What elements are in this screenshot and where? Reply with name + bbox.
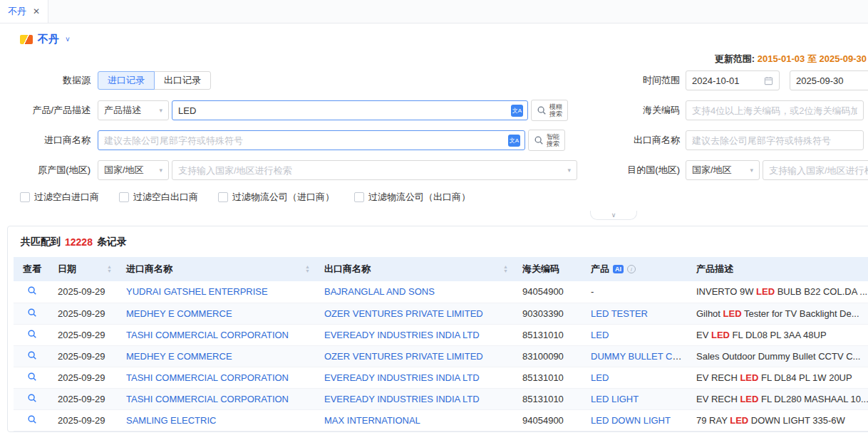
cell-date: 2025-09-29 — [51, 388, 119, 409]
importer-link[interactable]: YUDRAI GATSHEL ENTERPRISE — [126, 286, 268, 297]
importer-link[interactable]: SAMLING ELECTRIC — [126, 415, 216, 426]
checkbox-icon[interactable] — [119, 192, 129, 202]
view-icon[interactable] — [27, 286, 37, 295]
exporter-link[interactable]: OZER VENTURES PRIVATE LIMITED — [324, 308, 483, 319]
filter-row-datasource: 数据源 进口记录 出口记录 时间范围 2024-10-01 2025-09-30 — [0, 70, 868, 91]
time-range-group: 时间范围 2024-10-01 2025-09-30 — [621, 70, 868, 91]
date-end-input[interactable]: 2025-09-30 — [790, 70, 868, 90]
tab-export-records[interactable]: 出口记录 — [154, 71, 211, 90]
checkbox-filter-logistics-exporter[interactable]: 过滤物流公司（出口商） — [354, 191, 470, 204]
view-icon[interactable] — [27, 329, 37, 339]
product-link[interactable]: LED — [591, 372, 609, 383]
view-icon[interactable] — [27, 350, 37, 360]
importer-name-input[interactable] — [98, 135, 508, 146]
product-link[interactable]: LED — [591, 330, 609, 340]
importer-link[interactable]: TASHI COMMERCIAL CORPORATION — [126, 394, 289, 404]
product-link[interactable]: LED DOWN LIGHT — [591, 415, 671, 426]
results-table: 查看 日期 ▲▼ 进口商名称 ▲▼ — [14, 257, 868, 431]
close-icon[interactable]: ✕ — [33, 6, 40, 16]
cell-date: 2025-09-29 — [51, 367, 119, 388]
origin-type-value: 国家/地区 — [104, 164, 144, 177]
origin-country-input[interactable] — [172, 165, 567, 176]
cell-description: INVERTO 9W LED BULB B22 COL.DA ... — [689, 281, 868, 303]
translate-icon[interactable]: 文A — [511, 105, 523, 117]
info-icon[interactable]: i — [627, 265, 636, 273]
chevron-down-icon[interactable]: ▾ — [567, 167, 571, 174]
customs-code-input[interactable] — [686, 105, 863, 116]
importer-link[interactable]: TASHI COMMERCIAL CORPORATION — [126, 330, 289, 340]
filter-panel: 更新范围: 2015-01-03 至 2025-09-30 数据源 进口记录 出… — [0, 53, 868, 220]
origin-type-select[interactable]: 国家/地区 ▾ — [98, 160, 169, 180]
sort-icon[interactable]: ▲▼ — [107, 265, 112, 273]
tab-bhutan[interactable]: 不丹 ✕ — [0, 0, 48, 23]
exporter-link[interactable]: EVEREADY INDUSTRIES INDIA LTD — [324, 372, 480, 383]
column-hs-code: 海关编码 — [515, 257, 584, 281]
search-icon — [534, 135, 544, 145]
table-row: 2025-09-29 TASHI COMMERCIAL CORPORATION … — [14, 324, 868, 345]
match-suffix: 条记录 — [97, 236, 127, 248]
view-icon[interactable] — [27, 393, 37, 403]
cell-hs-code: 85131010 — [515, 324, 584, 345]
checkbox-icon[interactable] — [20, 192, 30, 202]
column-product: 产品 AI i — [584, 257, 689, 281]
origin-label: 原产国(地区) — [0, 164, 98, 177]
update-range-to: 至 — [807, 53, 817, 64]
importer-link[interactable]: MEDHEY E COMMERCE — [126, 308, 232, 319]
date-start-input[interactable]: 2024-10-01 — [686, 70, 780, 90]
destination-type-select[interactable]: 国家/地区 ▾ — [686, 160, 760, 180]
search-icon — [537, 105, 547, 115]
product-link[interactable]: DUMMY BULLET CCTV... — [591, 351, 689, 362]
exporter-name-input[interactable] — [686, 135, 863, 146]
update-range-end: 2025-09-30 — [820, 53, 867, 64]
cell-date: 2025-09-29 — [51, 409, 119, 431]
date-end-value: 2025-09-30 — [796, 75, 844, 86]
country-name[interactable]: 不丹 — [38, 33, 59, 46]
view-icon[interactable] — [27, 372, 37, 382]
checkbox-filter-blank-importer[interactable]: 过滤空白进口商 — [20, 191, 99, 204]
filter-row-product: 产品/产品描述 产品描述 ▾ 文A 模糊 搜索 海关编码 — [0, 100, 868, 121]
product-type-value: 产品描述 — [104, 104, 141, 117]
chevron-down-icon[interactable]: ˅ — [66, 36, 70, 43]
cell-description: 79 RAY LED DOWN LIGHT 335-6W — [689, 409, 868, 431]
product-link[interactable]: LED TESTER — [591, 308, 648, 319]
table-row: 2025-09-29 SAMLING ELECTRIC MAX INTERNAT… — [14, 409, 868, 431]
checkbox-filter-logistics-importer[interactable]: 过滤物流公司（进口商） — [218, 191, 334, 204]
translate-icon[interactable]: 文A — [508, 135, 520, 147]
column-view: 查看 — [14, 257, 51, 281]
product-type-select[interactable]: 产品描述 ▾ — [98, 100, 169, 120]
destination-country-input[interactable] — [763, 165, 868, 176]
product-link[interactable]: LED LIGHT — [591, 394, 639, 404]
exporter-label: 出口商名称 — [621, 134, 686, 147]
cell-date: 2025-09-29 — [51, 281, 119, 303]
exporter-link[interactable]: EVEREADY INDUSTRIES INDIA LTD — [324, 394, 480, 404]
exporter-link[interactable]: MAX INTERNATIONAL — [324, 415, 420, 426]
filter-row-importer: 进口商名称 文A 智能 搜索 出口商名称 — [0, 130, 868, 151]
view-icon[interactable] — [27, 308, 37, 318]
importer-link[interactable]: MEDHEY E COMMERCE — [126, 351, 232, 362]
checkbox-filter-blank-exporter[interactable]: 过滤空白出口商 — [119, 191, 198, 204]
fuzzy-search-button[interactable]: 模糊 搜索 — [531, 100, 568, 121]
tab-import-records[interactable]: 进口记录 — [98, 71, 155, 90]
table-row: 2025-09-29 MEDHEY E COMMERCE OZER VENTUR… — [14, 303, 868, 324]
customs-label: 海关编码 — [621, 104, 686, 117]
product-input[interactable] — [172, 105, 511, 116]
sort-icon[interactable]: ▲▼ — [305, 265, 310, 273]
collapse-filter-button[interactable]: ∨ — [590, 211, 637, 220]
view-icon[interactable] — [27, 414, 37, 424]
exporter-link[interactable]: BAJRANGLAL AND SONS — [324, 286, 435, 297]
update-range-start: 2015-01-03 — [758, 53, 805, 64]
checkbox-icon[interactable] — [354, 192, 364, 202]
exporter-link[interactable]: OZER VENTURES PRIVATE LIMITED — [324, 351, 483, 362]
smart-search-button[interactable]: 智能 搜索 — [528, 130, 565, 151]
cell-hs-code: 94054900 — [515, 281, 584, 303]
exporter-link[interactable]: EVEREADY INDUSTRIES INDIA LTD — [324, 330, 480, 340]
column-description: 产品描述 — [689, 257, 868, 281]
importer-link[interactable]: TASHI COMMERCIAL CORPORATION — [126, 372, 289, 383]
results-panel: 共匹配到 12228 条记录 查看 日期 ▲▼ — [7, 226, 868, 432]
ai-badge: AI — [613, 265, 624, 273]
destination-label: 目的国(地区) — [621, 164, 686, 177]
checkbox-icon[interactable] — [218, 192, 228, 202]
date-start-value: 2024-10-01 — [692, 75, 740, 86]
sort-icon[interactable]: ▲▼ — [503, 265, 508, 273]
cell-date: 2025-09-29 — [51, 303, 119, 324]
